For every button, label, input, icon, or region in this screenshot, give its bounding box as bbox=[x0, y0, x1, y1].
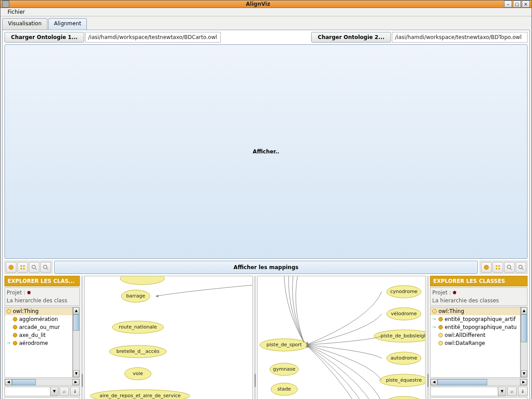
tab-alignment[interactable]: Alignment bbox=[48, 18, 87, 30]
bullet-icon bbox=[13, 317, 17, 321]
svg-point-9 bbox=[484, 265, 489, 270]
hierarchy-label: La hierarchie des class bbox=[7, 297, 78, 304]
zoom-in-icon[interactable] bbox=[29, 262, 39, 273]
expand-icon[interactable]: ⊸ bbox=[432, 325, 437, 329]
minimize-button[interactable]: – bbox=[504, 0, 512, 8]
tree-item: agglomération bbox=[5, 315, 72, 323]
combo-row-left: ▼ ⌕ ↓ bbox=[4, 387, 80, 396]
svg-point-14 bbox=[507, 265, 511, 269]
tab-body: Charger Ontologie 1... /iasi/hamdi/works… bbox=[2, 30, 530, 399]
circle-tool-icon[interactable] bbox=[6, 262, 16, 273]
expand-icon[interactable]: ⊸ bbox=[432, 317, 437, 321]
ontology2-path[interactable]: /iasi/hamdi/workspace/testnewtaxo/BDTopo… bbox=[392, 32, 528, 43]
app-window: AlignViz – ▢ × Fichier Visualisation Ali… bbox=[0, 0, 532, 399]
tree-item: ⊸entité_topographique_artif bbox=[430, 315, 520, 323]
projet-icon bbox=[27, 291, 31, 294]
svg-point-10 bbox=[496, 265, 497, 267]
svg-point-11 bbox=[498, 265, 500, 267]
svg-point-33 bbox=[120, 276, 164, 285]
afficher-mappings-button[interactable]: Afficher les mappings bbox=[54, 261, 478, 274]
circle-tool-icon[interactable] bbox=[481, 262, 492, 273]
hscroll[interactable]: ◀▶ bbox=[430, 379, 528, 386]
binoculars-icon[interactable]: ⌕ bbox=[507, 387, 517, 396]
tree-root: owl:Thing bbox=[430, 307, 520, 315]
graph-canvas-left[interactable]: barrageroute_nationalebretelle_d__accèsv… bbox=[85, 276, 252, 399]
left-sidepane: EXPLORER LES CLAS... Projet : La hierarc… bbox=[4, 276, 80, 399]
load-ontology1-button[interactable]: Charger Ontologie 1... bbox=[4, 32, 84, 43]
right-sidepane: EXPLORER LES CLASSES Projet : La hierarc… bbox=[430, 276, 528, 399]
vscroll[interactable]: ▲▼ bbox=[73, 307, 80, 378]
svg-point-3 bbox=[20, 268, 22, 270]
thumbnail-left[interactable] bbox=[4, 397, 80, 399]
svg-text:vélodrome: vélodrome bbox=[391, 311, 417, 317]
grid-tool-icon[interactable] bbox=[17, 262, 28, 273]
svg-point-5 bbox=[32, 265, 35, 269]
close-button[interactable]: × bbox=[522, 0, 530, 8]
binoculars-icon[interactable]: ⌕ bbox=[59, 387, 69, 396]
tree-item: arcade_ou_mur bbox=[5, 323, 72, 331]
zoom-in-icon[interactable] bbox=[504, 262, 515, 273]
svg-point-1 bbox=[20, 265, 22, 267]
bullet-icon bbox=[13, 341, 17, 345]
expand-icon[interactable]: ⊸ bbox=[7, 340, 11, 345]
graph-canvas-right[interactable]: piste_de_sportgymnasestadeomplexe_sporti… bbox=[258, 276, 425, 399]
svg-point-16 bbox=[519, 265, 522, 269]
tree-item: ⊸aérodrome bbox=[5, 339, 72, 347]
explorer-header-left: EXPLORER LES CLAS... bbox=[4, 276, 80, 286]
splitter[interactable] bbox=[426, 276, 429, 399]
tab-visualisation[interactable]: Visualisation bbox=[2, 18, 47, 30]
zoom-out-icon[interactable] bbox=[40, 262, 51, 273]
maximize-button[interactable]: ▢ bbox=[513, 0, 521, 8]
explorer-body-left: Projet : La hierarchie des class bbox=[4, 287, 80, 306]
hierarchy-label: La hierarchie des classes bbox=[432, 297, 525, 304]
tree-root: owl:Thing bbox=[5, 307, 72, 315]
explorer-body-right: Projet : La hierarchie des classes bbox=[430, 287, 528, 306]
load-row: Charger Ontologie 1... /iasi/hamdi/works… bbox=[4, 32, 528, 43]
ontology1-path[interactable]: /iasi/hamdi/workspace/testnewtaxo/BDCart… bbox=[85, 32, 221, 43]
svg-line-6 bbox=[35, 268, 37, 270]
grid-tool-icon[interactable] bbox=[493, 262, 503, 273]
menu-file[interactable]: Fichier bbox=[4, 8, 28, 16]
splitter[interactable] bbox=[81, 276, 83, 399]
graph-right[interactable]: piste_de_sportgymnasestadeomplexe_sporti… bbox=[257, 276, 426, 399]
svg-point-7 bbox=[43, 265, 47, 269]
tree-left[interactable]: owl:Thing agglomération arcade_ou_mur ax… bbox=[4, 307, 73, 378]
vscroll[interactable]: ▲▼ bbox=[520, 307, 528, 378]
toolbar-right bbox=[480, 261, 528, 274]
dropdown-icon: ▼ bbox=[498, 387, 506, 396]
svg-text:stade: stade bbox=[278, 386, 291, 392]
bullet-icon bbox=[438, 333, 443, 337]
thumbnail-right[interactable] bbox=[430, 397, 528, 399]
action-icon[interactable]: ↓ bbox=[70, 387, 80, 396]
combo-right[interactable]: ▼ bbox=[430, 387, 506, 396]
svg-text:voie: voie bbox=[133, 371, 143, 376]
svg-point-12 bbox=[496, 268, 497, 270]
titlebar: AlignViz – ▢ × bbox=[0, 0, 532, 8]
dropdown-icon: ▼ bbox=[50, 387, 58, 396]
panes: EXPLORER LES CLAS... Projet : La hierarc… bbox=[4, 276, 528, 399]
action-icon[interactable]: ↓ bbox=[518, 387, 528, 396]
tabs: Visualisation Alignment bbox=[2, 18, 530, 30]
svg-point-13 bbox=[498, 268, 500, 270]
tool-row: Afficher les mappings bbox=[4, 261, 528, 274]
bullet-icon bbox=[13, 333, 17, 337]
load-ontology2-button[interactable]: Charger Ontologie 2... bbox=[311, 32, 391, 43]
combo-left[interactable]: ▼ bbox=[4, 387, 59, 396]
projet-icon bbox=[453, 291, 456, 294]
splitter[interactable] bbox=[254, 276, 256, 399]
zoom-out-icon[interactable] bbox=[516, 262, 526, 273]
tree-item: owl:DataRange bbox=[430, 339, 520, 347]
toolbar-left bbox=[4, 261, 52, 274]
bullet-icon bbox=[438, 341, 443, 345]
svg-text:gymnase: gymnase bbox=[273, 366, 296, 372]
svg-point-88 bbox=[385, 396, 422, 399]
hscroll[interactable]: ◀▶ bbox=[4, 379, 80, 386]
svg-text:piste_de_bobsleigh: piste_de_bobsleigh bbox=[381, 333, 425, 339]
svg-text:barrage: barrage bbox=[126, 293, 145, 299]
tree-right[interactable]: owl:Thing ⊸entité_topographique_artif ⊸e… bbox=[430, 307, 520, 378]
projet-label: Projet : bbox=[432, 289, 451, 296]
app-icon bbox=[2, 0, 9, 8]
afficher-button[interactable]: Afficher.. bbox=[4, 44, 528, 259]
svg-text:aire_de_repos_et_aire_de_servi: aire_de_repos_et_aire_de_service bbox=[99, 393, 180, 399]
graph-left[interactable]: barrageroute_nationalebretelle_d__accèsv… bbox=[84, 276, 253, 399]
